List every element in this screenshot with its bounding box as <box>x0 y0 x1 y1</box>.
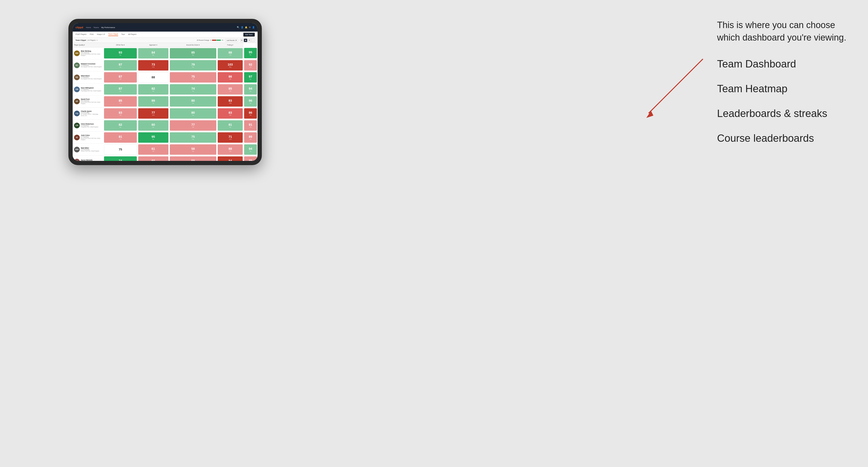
metric-value: 74 <box>191 87 195 90</box>
grid-view-icon[interactable]: ⊞ <box>240 39 243 42</box>
metric-cell-4: 91 -3▼ <box>243 119 257 131</box>
col-putting[interactable]: Putting ▾ <box>217 43 243 47</box>
col-approach[interactable]: Approach ▾ <box>137 43 169 47</box>
profile-icon[interactable]: 👤 <box>241 26 243 29</box>
table-row[interactable]: DF David Ford Plus Handicap Royal North … <box>73 95 257 107</box>
list-view-icon[interactable]: ☰ <box>248 39 251 42</box>
option-team-dashboard: Team Dashboard <box>717 58 854 70</box>
metric-cell-0: 81 -3▼ <box>103 131 137 144</box>
player-name: Matt Miller <box>81 147 99 149</box>
metric-change: -3▼ <box>152 151 154 152</box>
metric-box: 80 3▲ <box>170 96 217 106</box>
player-info: Elliot Ebert 1-5 Handicap Sunningdale Go… <box>81 75 102 80</box>
metric-box: 88 <box>138 72 168 83</box>
metric-value: 80 <box>191 111 195 114</box>
nav-home[interactable]: Home <box>86 26 91 29</box>
metric-box: 94 1▲ <box>244 84 257 95</box>
metric-cell-4: 94 3▲ <box>243 144 257 155</box>
metric-cell-4: 95 9▲ <box>243 47 257 59</box>
player-avatar: CR <box>74 123 80 128</box>
metric-value: 77 <box>151 111 155 114</box>
metric-change: 6▲ <box>152 54 154 56</box>
edit-team-icon[interactable]: ✏ <box>96 39 98 41</box>
metric-value: 87 <box>119 63 122 66</box>
metric-box: 77 -3▼ <box>170 120 217 131</box>
nav-my-performance[interactable]: My Performance <box>101 26 115 29</box>
account-icon[interactable]: 👤 <box>252 26 255 29</box>
scale-green <box>217 40 221 41</box>
settings-icon[interactable]: ⚙ <box>249 26 251 29</box>
player-avatar: MM <box>74 147 80 152</box>
table-row[interactable]: DB Dave Billingham 1-5 Handicap Gog Mago… <box>73 83 257 95</box>
metric-cell-0: 87 1▲ <box>103 59 137 71</box>
metric-cell-0: 75 <box>103 144 137 155</box>
metric-change: 2▲ <box>152 126 154 128</box>
subnav-tour[interactable]: Tour <box>121 33 125 36</box>
metric-cell-0: 85 -3▼ <box>103 95 137 107</box>
metric-box: 82 4▲ <box>138 84 168 95</box>
player-cell: DB Dave Billingham 1-5 Handicap Gog Mago… <box>73 83 103 95</box>
subnav-pgat[interactable]: PGAT Players <box>75 33 87 36</box>
last-rounds-button[interactable]: Last Rounds: 20 <box>225 39 238 42</box>
bell-icon[interactable]: 🔔 <box>245 26 247 29</box>
metric-value: 81 <box>119 135 122 138</box>
metric-box: 81 -3▼ <box>104 132 137 143</box>
metric-box: 73 -11▼ <box>138 60 168 70</box>
export-icon[interactable]: ↓ <box>251 39 255 42</box>
metric-value: 82 <box>151 87 155 90</box>
metric-value: 87 <box>119 87 122 90</box>
scale-min: -5 <box>210 39 211 41</box>
col-player[interactable]: Player Quality ▾ <box>73 43 103 47</box>
heatmap-view-icon[interactable]: ▦ <box>244 39 247 42</box>
metric-box: 84 6▲ <box>138 48 168 59</box>
metric-box: 60 -1▼ <box>138 156 168 161</box>
table-row[interactable]: JC Josh Coles 1-5 Handicap Royal North D… <box>73 131 257 144</box>
metric-cell-1: 61 -3▼ <box>137 144 169 155</box>
nav-teams[interactable]: Teams <box>93 26 99 29</box>
metric-cell-2: 80 3▲ <box>169 95 217 107</box>
team-header: Team Clippd | 14 Players ✏ 20 Round Chan… <box>73 38 257 43</box>
team-controls: 20 Round Change -5 +5 Last Rounds: 20 ⊞ … <box>197 39 255 42</box>
metric-value: 94 <box>249 147 252 150</box>
metric-box: 94 3▲ <box>244 144 257 155</box>
metric-value: 75 <box>119 148 122 151</box>
metric-cell-3: 83 -6▼ <box>217 107 243 119</box>
player-cell: EC Edward Crossman 1-5 Handicap Sunningd… <box>73 59 103 71</box>
table-row[interactable]: EE Elliot Ebert 1-5 Handicap Sunningdale… <box>73 71 257 83</box>
subnav-hcaps[interactable]: Hcaps 1-5 <box>97 33 105 36</box>
metric-cell-2: 74 1▲ <box>169 83 217 95</box>
subnav-pga[interactable]: PGA <box>90 33 94 36</box>
player-info: David Ford Plus Handicap Royal North Dev… <box>81 98 102 104</box>
metric-cell-2: 75 -3▼ <box>169 71 217 83</box>
metric-cell-2: 75 2▲ <box>169 131 217 144</box>
metric-cell-0: 93 9▲ <box>103 47 137 59</box>
table-header-row: Player Quality ▾ Off the Tee ▾ Approach … <box>73 43 257 47</box>
metric-change: 1▲ <box>250 90 251 92</box>
table-row[interactable]: EC Edward Crossman 1-5 Handicap Sunningd… <box>73 59 257 71</box>
col-off-tee[interactable]: Off the Tee ▾ <box>103 43 137 47</box>
table-row[interactable]: CQ Charlie Quick 6-10 Handicap St. Georg… <box>73 107 257 119</box>
table-row[interactable]: MM Matt Miller 6-10 Handicap Woburn Golf… <box>73 144 257 155</box>
table-row[interactable]: BM Blair McHarg Plus Handicap Royal Nort… <box>73 47 257 59</box>
player-info: Josh Coles 1-5 Handicap Royal North Devo… <box>81 134 102 140</box>
metric-change: 15▲ <box>229 66 231 68</box>
metric-value: 61 <box>151 147 155 150</box>
player-info: Chris Robertson 1-5 Handicap Craigmillar… <box>81 123 98 128</box>
table-row[interactable]: CR Chris Robertson 1-5 Handicap Craigmil… <box>73 119 257 131</box>
player-club: Sunningdale Golf Club, United Kingdom <box>81 78 102 80</box>
search-icon[interactable]: 🔍 <box>237 26 239 29</box>
metric-box: 58 4▲ <box>170 144 217 155</box>
scale-red <box>212 40 216 41</box>
col-around-green[interactable]: Around the Green ▾ <box>169 43 217 47</box>
nav-bar: clippd Home Teams My Performance 🔍 👤 🔔 ⚙… <box>73 23 257 32</box>
subnav-all-players[interactable]: All Players <box>128 33 136 36</box>
player-avatar: BM <box>74 51 80 56</box>
metric-value: 86 <box>228 75 232 78</box>
subnav-team-clippd[interactable]: Team Clippd <box>108 33 118 36</box>
metric-box: 83 -10▼ <box>218 96 243 106</box>
metric-change: -2▼ <box>249 138 251 140</box>
player-cell: CR Chris Robertson 1-5 Handicap Craigmil… <box>73 119 103 131</box>
add-team-button[interactable]: Add Team <box>243 33 255 36</box>
metric-box: 93 9▲ <box>104 48 137 59</box>
table-row[interactable]: AN Aaron Nicholls 11-15 Handicap Drift G… <box>73 155 257 161</box>
